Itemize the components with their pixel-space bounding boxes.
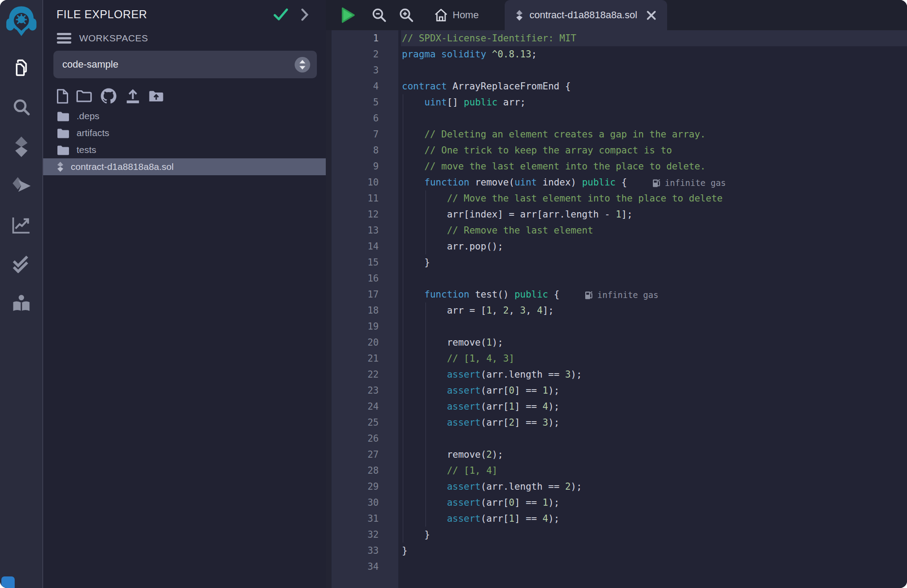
code-line-31[interactable]: assert(arr[1] == 4); <box>401 511 907 527</box>
file-name: tests <box>77 145 96 155</box>
sidebar-item-solidity-compiler[interactable] <box>0 127 43 166</box>
code-line-21[interactable]: // [1, 4, 3] <box>401 350 907 366</box>
code-line-6[interactable] <box>401 110 907 126</box>
code-line-4[interactable]: contract ArrayReplaceFromEnd { <box>401 78 907 94</box>
indent-guide <box>425 431 426 447</box>
tab-contract-file[interactable]: contract-d1a8818a8a.sol <box>505 0 667 30</box>
indent-guide <box>403 511 403 527</box>
tab-home[interactable]: Home <box>434 0 479 30</box>
gas-label: infinite gas <box>665 175 726 191</box>
stepper-icon[interactable] <box>294 56 311 73</box>
sidebar-item-unit-testing[interactable] <box>0 245 43 284</box>
line-number: 14 <box>332 238 398 254</box>
code-editor[interactable]: 1234567891011121314151617181920212223242… <box>326 30 907 588</box>
gas-pump-icon <box>584 290 593 300</box>
sidebar-item-deploy-run[interactable] <box>0 166 43 205</box>
code-line-34[interactable] <box>401 559 907 575</box>
code-line-11[interactable]: // Move the last element into the place … <box>401 190 907 206</box>
sidebar-item-file-explorer[interactable] <box>0 49 43 88</box>
code-line-33[interactable]: } <box>401 543 907 559</box>
tree-folder-.deps[interactable]: .deps <box>43 108 326 125</box>
code-line-32[interactable]: } <box>401 527 907 543</box>
tree-folder-tests[interactable]: tests <box>43 141 326 158</box>
code-line-2[interactable]: pragma solidity ^0.8.13; <box>401 46 907 62</box>
sidebar-item-search[interactable] <box>0 88 43 127</box>
workspace-select[interactable]: code-sample <box>53 51 317 78</box>
code-line-24[interactable]: assert(arr[1] == 4); <box>401 399 907 415</box>
code-line-3[interactable] <box>401 62 907 78</box>
code-line-12[interactable]: arr[index] = arr[arr.length - 1]; <box>401 206 907 222</box>
zoom-in-icon[interactable] <box>399 8 414 23</box>
indent-guide <box>425 302 426 318</box>
sidebar-item-learn-plugin[interactable] <box>0 284 43 323</box>
indent-guide <box>425 447 426 463</box>
create-new-folder-button[interactable] <box>76 90 92 103</box>
zoom-out-icon[interactable] <box>372 8 387 23</box>
code-line-8[interactable]: // One trick to keep the array compact i… <box>401 142 907 158</box>
code-line-28[interactable]: // [1, 4] <box>401 463 907 479</box>
remix-logo-icon[interactable] <box>4 2 39 37</box>
sidebar-item-static-analysis[interactable] <box>0 205 43 245</box>
code-line-29[interactable]: assert(arr.length == 2); <box>401 479 907 495</box>
code-line-14[interactable]: arr.pop(); <box>401 238 907 254</box>
run-script-button[interactable] <box>340 7 356 24</box>
indent-guide <box>425 318 426 334</box>
bottom-plugin-chip[interactable] <box>1 576 15 588</box>
code-line-16[interactable] <box>401 270 907 286</box>
line-number: 31 <box>332 511 398 527</box>
code-line-1[interactable]: // SPDX-License-Identifier: MIT <box>401 30 907 46</box>
indent-guide <box>403 334 403 350</box>
code-line-17[interactable]: function test() public {infinite gas <box>401 286 907 302</box>
code-line-10[interactable]: function remove(uint index) public {infi… <box>401 174 907 190</box>
indent-guide <box>403 142 403 158</box>
code-line-13[interactable]: // Remove the last element <box>401 222 907 238</box>
code-line-25[interactable]: assert(arr[2] == 3); <box>401 415 907 431</box>
indent-guide <box>403 94 403 110</box>
remix-ide-window: FILE EXPLORER WORKSPACES code-sample .de… <box>0 0 907 588</box>
clone-git-repository-button[interactable] <box>100 87 117 105</box>
tree-file-contract-d1a8818a8a.sol[interactable]: contract-d1a8818a8a.sol <box>43 158 326 175</box>
infinite-gas-badge: infinite gas <box>652 175 726 191</box>
check-icon[interactable] <box>273 8 288 21</box>
icon-sidebar-items <box>0 49 42 323</box>
hamburger-icon[interactable] <box>57 32 72 44</box>
upload-files-button[interactable] <box>125 89 141 104</box>
code-line-22[interactable]: assert(arr.length == 3); <box>401 366 907 383</box>
code-line-26[interactable] <box>401 431 907 447</box>
code-line-23[interactable]: assert(arr[0] == 1); <box>401 383 907 399</box>
active-tab-label: contract-d1a8818a8a.sol <box>530 9 637 21</box>
code-line-20[interactable]: remove(1); <box>401 334 907 350</box>
code-line-9[interactable]: // move the last element into the place … <box>401 158 907 174</box>
solidity-icon <box>12 137 30 157</box>
file-explorer-header: FILE EXPLORER <box>43 0 326 21</box>
code-line-7[interactable]: // Deleting an element creates a gap in … <box>401 126 907 142</box>
indent-guide <box>403 495 403 511</box>
chevron-right-icon[interactable] <box>300 8 310 21</box>
create-new-file-button[interactable] <box>57 89 69 104</box>
line-number: 3 <box>332 62 398 78</box>
indent-guide <box>403 479 403 495</box>
indent-guide <box>403 350 403 366</box>
code-line-18[interactable]: arr = [1, 2, 3, 4]; <box>401 302 907 318</box>
indent-guide <box>403 527 403 543</box>
code-line-30[interactable]: assert(arr[0] == 1); <box>401 495 907 511</box>
file-toolbar <box>43 87 326 105</box>
tree-folder-artifacts[interactable]: artifacts <box>43 125 326 141</box>
indent-guide <box>425 190 426 206</box>
upload-folder-icon <box>148 90 164 103</box>
code-line-15[interactable]: } <box>401 254 907 270</box>
code-line-27[interactable]: remove(2); <box>401 447 907 463</box>
line-number: 32 <box>332 527 398 543</box>
code-line-5[interactable]: uint[] public arr; <box>401 94 907 110</box>
line-number: 17 <box>332 286 398 302</box>
indent-guide <box>425 334 426 350</box>
line-number: 33 <box>332 543 398 559</box>
file-name: contract-d1a8818a8a.sol <box>71 161 174 172</box>
double-check-icon <box>12 255 31 273</box>
file-name: .deps <box>77 111 99 121</box>
infinite-gas-badge: infinite gas <box>584 287 658 303</box>
code-line-19[interactable] <box>401 318 907 334</box>
line-number: 6 <box>332 110 398 126</box>
close-icon[interactable] <box>646 10 656 20</box>
upload-folder-button[interactable] <box>148 90 164 103</box>
